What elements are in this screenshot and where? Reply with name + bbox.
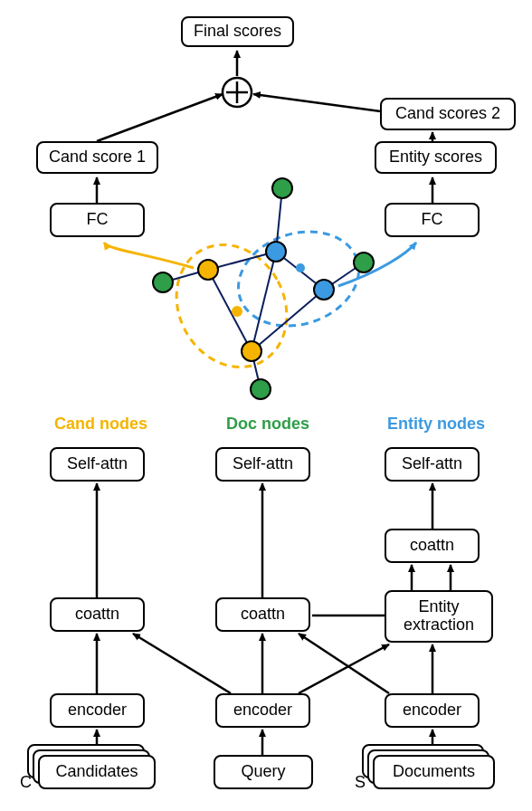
svg-line-27 [208,270,252,351]
documents-box: Documents [373,755,495,789]
fc-right-box: FC [385,203,480,237]
cand-score-1-label: Cand score 1 [49,148,146,167]
svg-line-19 [253,94,387,112]
svg-line-29 [252,351,261,389]
encoder-right-label: encoder [403,701,461,720]
circled-plus-icon [223,78,252,107]
cand-score-1-box: Cand score 1 [36,141,158,174]
encoder-mid-label: encoder [233,701,292,720]
entity-extraction-label: Entity extraction [392,598,486,634]
doc-nodes-label: Doc nodes [226,415,309,434]
entity-nodes-label: Entity nodes [387,415,485,434]
svg-line-31 [252,252,276,351]
svg-line-23 [208,252,276,270]
final-scores-label: Final scores [194,23,281,41]
svg-line-25 [276,188,282,252]
svg-point-42 [223,78,252,107]
coattn-mid-label: coattn [241,606,285,624]
self-attn-mid-box: Self-attn [215,447,310,482]
svg-line-10 [133,634,231,693]
stack-letter-s: S [355,773,366,792]
svg-point-36 [198,260,218,280]
entity-scores-label: Entity scores [389,148,482,167]
self-attn-right-box: Self-attn [385,447,480,482]
svg-point-37 [242,341,261,361]
svg-line-12 [299,644,389,693]
svg-line-24 [276,252,324,290]
svg-point-21 [156,225,308,386]
svg-line-18 [97,94,223,141]
query-box: Query [214,755,313,789]
fc-left-label: FC [87,211,109,229]
svg-point-39 [266,242,286,262]
cand-scores-2-label: Cand scores 2 [395,105,500,123]
coattn-left-label: coattn [75,606,119,624]
encoder-right-box: encoder [385,693,480,728]
query-label: Query [241,763,285,781]
svg-point-41 [296,263,305,272]
svg-point-33 [153,272,173,292]
diagram-stage: Final scores Cand score 1 Cand scores 2 … [0,0,532,811]
encoder-left-box: encoder [50,693,145,728]
self-attn-left-label: Self-attn [67,455,128,473]
svg-line-28 [252,290,324,351]
self-attn-left-box: Self-attn [50,447,145,482]
svg-point-32 [272,178,292,198]
candidates-box: Candidates [38,755,156,789]
entity-scores-box: Entity scores [375,141,497,174]
coattn-mid-box: coattn [215,597,310,632]
encoder-left-label: encoder [68,701,127,720]
documents-label: Documents [393,763,475,781]
svg-line-30 [324,262,364,290]
svg-point-22 [226,216,371,340]
cand-nodes-label: Cand nodes [54,415,147,434]
candidates-label: Candidates [55,763,138,781]
fc-right-label: FC [422,211,443,229]
self-attn-mid-label: Self-attn [233,455,293,473]
coattn-left-box: coattn [50,597,145,632]
svg-line-26 [163,270,208,282]
svg-point-35 [251,379,271,399]
svg-line-11 [299,634,389,693]
svg-point-38 [232,306,242,317]
entity-extraction-box: Entity extraction [385,590,493,643]
coattn-right-label: coattn [410,537,454,555]
cand-scores-2-box: Cand scores 2 [380,98,516,130]
final-scores-box: Final scores [181,16,294,47]
fc-left-box: FC [50,203,145,237]
coattn-right-box: coattn [385,529,480,563]
encoder-mid-box: encoder [215,693,310,728]
stack-letter-c: C [20,773,32,792]
self-attn-right-label: Self-attn [402,455,462,473]
svg-point-34 [354,253,374,272]
svg-point-40 [314,280,334,300]
